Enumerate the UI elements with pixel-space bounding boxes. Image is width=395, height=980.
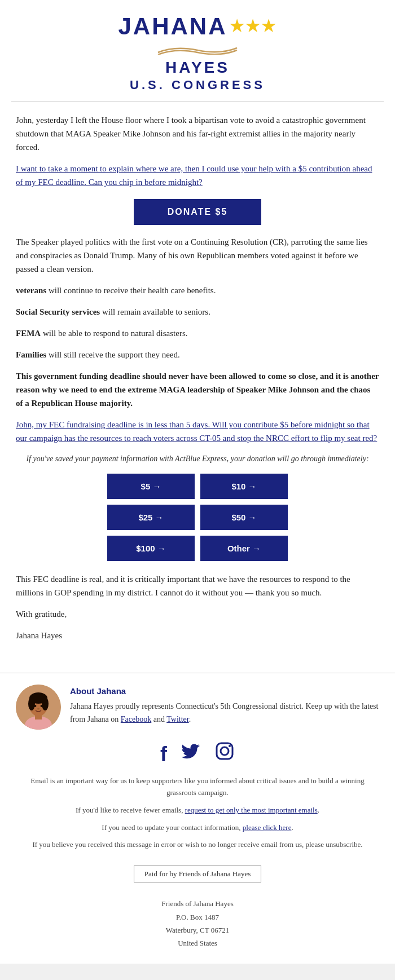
para1: The Speaker played politics with the fir… (16, 235, 379, 276)
footer-click-here-link[interactable]: please click here (243, 823, 292, 832)
footer-facebook-link[interactable]: Facebook (121, 715, 151, 723)
svg-point-9 (37, 708, 40, 710)
header: JAHANA ★★★ HAYES U.S. CONGRESS (0, 0, 395, 101)
footer-about-title: About Jahana (70, 685, 379, 698)
fema-text: will be able to respond to natural disas… (41, 329, 187, 338)
signature: Jahana Hayes (16, 629, 379, 642)
fema-label: FEMA (16, 329, 41, 338)
donate-button[interactable]: DONATE $5 (134, 199, 262, 225)
header-stars: ★★★ (230, 18, 277, 36)
footer-text2: If you'd like to receive fewer emails, r… (0, 805, 395, 816)
footer-text3: If you need to update your contact infor… (0, 822, 395, 834)
social-icons-row: f (0, 735, 395, 775)
families-label: Families (16, 350, 46, 359)
donate-100-button[interactable]: $100 → (107, 536, 195, 561)
svg-point-12 (229, 745, 231, 747)
svg-point-5 (28, 697, 35, 710)
footer-about: About Jahana Jahana Hayes proudly repres… (0, 673, 395, 735)
social-security-text: will remain available to seniors. (100, 307, 210, 316)
families-para: Families will still receive the support … (16, 348, 379, 361)
footer-text1: Email is an important way for us to keep… (0, 775, 395, 799)
link1-paragraph: I want to take a moment to explain where… (16, 162, 379, 189)
veterans-label: veterans (16, 286, 46, 295)
footer-paid-by: Paid for by Friends of Jahana Hayes (134, 866, 261, 882)
veterans-text: will continue to receive their health ca… (46, 286, 216, 295)
footer-text3-pre: If you need to update your contact infor… (102, 823, 242, 832)
header-name-hayes: HAYES (11, 41, 384, 77)
footer-text2-pre: If you'd like to receive fewer emails, (76, 806, 185, 814)
bold-para-text: This government funding deadline should … (16, 372, 379, 408)
footer-period: . (189, 715, 191, 723)
address-line4: United States (0, 937, 395, 950)
facebook-icon[interactable]: f (160, 743, 167, 766)
instagram-icon[interactable] (214, 741, 235, 766)
donation-grid: $5 → $10 → $25 → $50 → $100 → Other → (107, 474, 288, 561)
footer-paid-wrap: Paid for by Friends of Jahana Hayes (0, 857, 395, 891)
footer-twitter-link[interactable]: Twitter (166, 715, 188, 723)
actblue-note: If you've saved your payment information… (16, 453, 379, 465)
donate-5-button[interactable]: $5 → (107, 474, 195, 499)
footer-text2-post: . (318, 806, 319, 814)
closing-para: This FEC deadline is real, and it is cri… (16, 572, 379, 599)
donate-25-button[interactable]: $25 → (107, 505, 195, 530)
footer-address: Friends of Jahana Hayes P.O. Box 1487 Wa… (0, 897, 395, 964)
donate-other-button[interactable]: Other → (200, 536, 288, 561)
main-content: John, yesterday I left the House floor w… (0, 102, 395, 661)
link1[interactable]: I want to take a moment to explain where… (16, 164, 372, 187)
gratitude: With gratitude, (16, 607, 379, 621)
footer-fewer-emails-link[interactable]: request to get only the most important e… (185, 806, 318, 814)
svg-point-6 (42, 697, 49, 710)
swoosh-decoration (11, 41, 384, 59)
donate-50-button[interactable]: $50 → (200, 505, 288, 530)
donate-10-button[interactable]: $10 → (200, 474, 288, 499)
veterans-para: veterans will continue to receive their … (16, 284, 379, 297)
footer-about-body: Jahana Hayes proudly represents Connecti… (70, 702, 378, 723)
fema-para: FEMA will be able to respond to natural … (16, 326, 379, 340)
address-line2: P.O. Box 1487 (0, 911, 395, 924)
email-wrapper: JAHANA ★★★ HAYES U.S. CONGRESS John, yes… (0, 0, 395, 964)
avatar (16, 685, 61, 730)
intro-paragraph: John, yesterday I left the House floor w… (16, 113, 379, 154)
footer-and: and (151, 715, 166, 723)
footer-text3-post: . (291, 823, 293, 832)
link2-paragraph: John, my FEC fundraising deadline is in … (16, 418, 379, 445)
donate-button-wrap: DONATE $5 (16, 199, 379, 225)
footer-text4: If you believe you received this message… (0, 839, 395, 851)
address-line1: Friends of Jahana Hayes (0, 897, 395, 910)
link2[interactable]: John, my FEC fundraising deadline is in … (16, 420, 377, 443)
header-congress: U.S. CONGRESS (11, 78, 384, 92)
bold-para: This government funding deadline should … (16, 369, 379, 410)
families-text: will still receive the support they need… (46, 350, 180, 359)
twitter-icon[interactable] (181, 741, 201, 766)
header-name-line: JAHANA ★★★ (11, 14, 384, 39)
svg-point-8 (41, 705, 43, 707)
name-part1: JAHANA (118, 14, 227, 39)
svg-point-7 (34, 705, 37, 707)
footer-about-text: About Jahana Jahana Hayes proudly repres… (70, 685, 379, 726)
social-security-label: Social Security services (16, 307, 100, 316)
address-line3: Waterbury, CT 06721 (0, 924, 395, 937)
social-security-para: Social Security services will remain ava… (16, 305, 379, 319)
svg-point-11 (221, 747, 229, 755)
